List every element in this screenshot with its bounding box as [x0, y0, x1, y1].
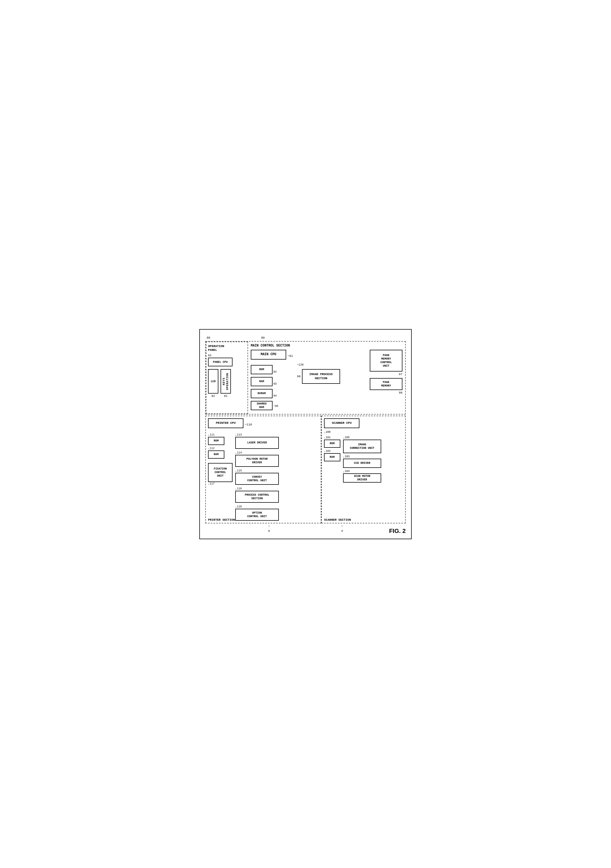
op-keys-label: OPERATION KEYS [222, 371, 229, 392]
scan-motor-box: SCAN MOTOR DRIVER [343, 473, 381, 483]
nvram-box: NVRAM [251, 389, 273, 398]
printer-ram-box: RAM [208, 451, 224, 459]
printer-cpu-box: PRINTER CPU [208, 418, 243, 428]
option-control-box: OPTION CONTROL UNIT [235, 509, 279, 521]
process-control-box: PROCESS CONTROL SECTION [235, 491, 279, 503]
shared-ram-ref: 120 [299, 363, 304, 366]
printer-rom-num: 111 [210, 433, 214, 436]
main-control-title: MAIN CONTROL SECTION [251, 344, 402, 347]
panel-cpu-num: 83 [208, 354, 211, 357]
main-cpu-box: MAIN CPU [251, 350, 286, 360]
printer-rom-box: ROM [208, 437, 224, 445]
printer-inner: ⌞111 ROM ⌞112 RAM FIXATION CONTROL UNIT … [208, 433, 319, 521]
page-memory-box: PAGE MEMORY [370, 378, 402, 390]
ram-num: 93 [273, 383, 277, 385]
laser-driver-box: LASER DRIVER [235, 437, 279, 449]
scanner-cpu-num: 100 [326, 431, 330, 434]
fixation-control-box: FIXATION CONTROL UNIT [208, 463, 233, 482]
printer-ram-num: 112 [210, 447, 214, 450]
operation-panel: OPERATION PANEL 83 PANEL CPU LCD 82 OPER… [206, 342, 248, 414]
page-memory-num: 98 [399, 391, 402, 394]
printer-left: ⌞111 ROM ⌞112 RAM FIXATION CONTROL UNIT … [208, 433, 233, 521]
rom-box: ROM [251, 365, 273, 374]
ref-6: 6 [268, 529, 270, 533]
shared-ram-box: SHARED RAM [251, 401, 273, 410]
bottom-section: PRINTER CPU ~110 ⌞111 ROM ⌞112 RAM FIXAT… [205, 415, 406, 524]
fixation-num: 117 [210, 482, 214, 485]
polygon-motor-box: POLYGON MOTOR DRIVER [235, 455, 279, 467]
scanner-ram-box: RAM [324, 453, 340, 461]
rom-num: 92 [273, 370, 277, 374]
ram-box: RAM [251, 377, 273, 386]
ref-80: 80 [207, 336, 210, 339]
process-control-num: 116 [237, 487, 242, 490]
scan-motor-num: 104 [345, 470, 350, 473]
ref-90: 90 [261, 336, 265, 339]
image-process-box: IMAGE PROCESS SECTION [302, 369, 340, 384]
printer-cpu-num: ~110 [245, 423, 252, 426]
diagram-container: 80 90 OPERATION PANEL 83 PANEL CPU LCD 8… [199, 329, 412, 539]
scanner-section-label: SCANNER SECTION [324, 518, 351, 521]
lcd-opkeys-group: LCD 82 OPERATION KEYS 81 [208, 369, 231, 398]
lcd-box: LCD [208, 369, 219, 394]
scanner-rom-box: ROM [324, 440, 340, 448]
laser-driver-num: 113 [237, 433, 242, 436]
op-panel-title: OPERATION PANEL [208, 344, 224, 352]
convey-control-num: 115 [237, 469, 242, 472]
printer-section: PRINTER CPU ~110 ⌞111 ROM ⌞112 RAM FIXAT… [205, 415, 321, 524]
page-memory-ctrl-box: PAGE MEMORY CONTROL UNIT [370, 350, 402, 372]
scanner-ram-num: 102 [326, 450, 330, 453]
scanner-right: ⌞105 IMAGE CORRECTION UNIT ⌞103 CCD DRIV… [343, 436, 403, 483]
shared-ram-num: 95 [275, 405, 278, 408]
top-section: OPERATION PANEL 83 PANEL CPU LCD 82 OPER… [205, 341, 406, 415]
fig-label: FIG. 2 [389, 527, 406, 535]
nvram-num: 94 [273, 394, 277, 397]
lcd-num: 82 [211, 394, 215, 398]
page-memory-ctrl-num: 97 [399, 373, 402, 376]
option-control-num: 118 [237, 505, 242, 508]
image-correction-box: IMAGE CORRECTION UNIT [343, 440, 381, 453]
scanner-cpu-box: SCANNER CPU [324, 418, 360, 428]
scanner-section: SCANNER CPU ⌞100 ⌞101 ROM ⌞102 RAM [321, 415, 406, 524]
ccd-driver-box: CCD DRIVER [343, 459, 381, 468]
scanner-rom-num: 101 [326, 436, 330, 439]
image-process-num-ref: 96 [297, 375, 301, 378]
printer-section-label: PRINTER SECTION [208, 518, 235, 521]
ref-4: 4 [341, 529, 343, 533]
printer-right: ⌞113 LASER DRIVER ⌞114 POLYGON MOTOR DRI… [235, 433, 319, 521]
polygon-motor-num: 114 [237, 451, 242, 454]
op-keys-box: OPERATION KEYS [220, 369, 231, 394]
scanner-row: ⌞101 ROM ⌞102 RAM ⌞105 IMAGE CORRECTION … [324, 436, 403, 483]
img-corr-num: 105 [345, 436, 350, 439]
op-keys-num: 81 [224, 394, 227, 398]
main-cpu-num: ~91 [287, 354, 293, 358]
convey-control-box: CONVEY CONTROL UNIT [235, 473, 279, 485]
ccd-driver-num: 103 [345, 455, 350, 458]
main-control-section: MAIN CONTROL SECTION MAIN CPU ~91 ROM 92 [248, 342, 405, 414]
panel-cpu-box: PANEL CPU [208, 358, 233, 366]
scanner-left: ⌞101 ROM ⌞102 RAM [324, 436, 340, 483]
